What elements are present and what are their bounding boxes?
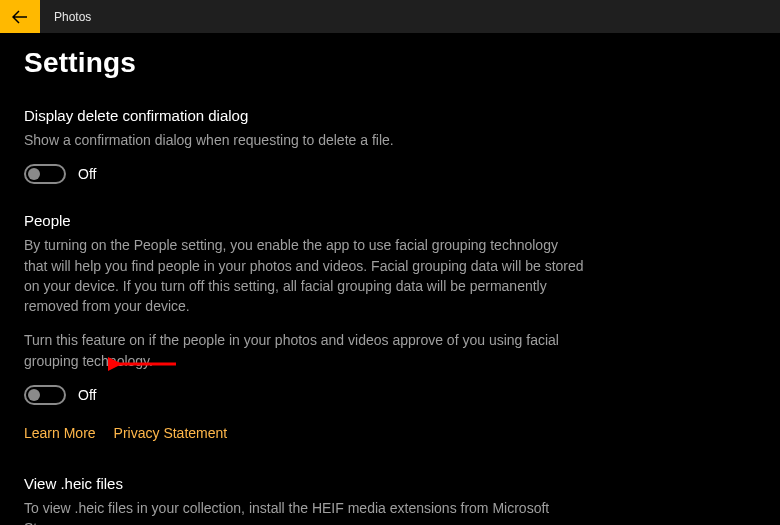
toggle-knob-icon xyxy=(28,168,40,180)
people-toggle-row: Off xyxy=(24,385,756,405)
people-toggle[interactable] xyxy=(24,385,66,405)
people-desc-1: By turning on the People setting, you en… xyxy=(24,235,584,316)
section-delete-confirm: Display delete confirmation dialog Show … xyxy=(24,107,756,184)
people-links: Learn More Privacy Statement xyxy=(24,425,756,441)
delete-confirm-toggle-row: Off xyxy=(24,164,756,184)
learn-more-link[interactable]: Learn More xyxy=(24,425,96,441)
section-people: People By turning on the People setting,… xyxy=(24,212,756,441)
back-button[interactable] xyxy=(0,0,40,33)
people-desc-2: Turn this feature on if the people in yo… xyxy=(24,330,584,371)
heic-desc: To view .heic files in your collection, … xyxy=(24,498,584,525)
people-toggle-state: Off xyxy=(78,387,96,403)
back-arrow-icon xyxy=(12,10,28,24)
delete-confirm-toggle-state: Off xyxy=(78,166,96,182)
privacy-statement-link[interactable]: Privacy Statement xyxy=(114,425,228,441)
delete-confirm-desc: Show a confirmation dialog when requesti… xyxy=(24,130,584,150)
titlebar: Photos xyxy=(0,0,780,33)
heic-title: View .heic files xyxy=(24,475,756,492)
delete-confirm-toggle[interactable] xyxy=(24,164,66,184)
section-heic: View .heic files To view .heic files in … xyxy=(24,475,756,525)
toggle-knob-icon xyxy=(28,389,40,401)
app-title: Photos xyxy=(54,10,91,24)
page-title: Settings xyxy=(24,47,756,79)
people-title: People xyxy=(24,212,756,229)
delete-confirm-title: Display delete confirmation dialog xyxy=(24,107,756,124)
content-area: Settings Display delete confirmation dia… xyxy=(0,47,780,525)
